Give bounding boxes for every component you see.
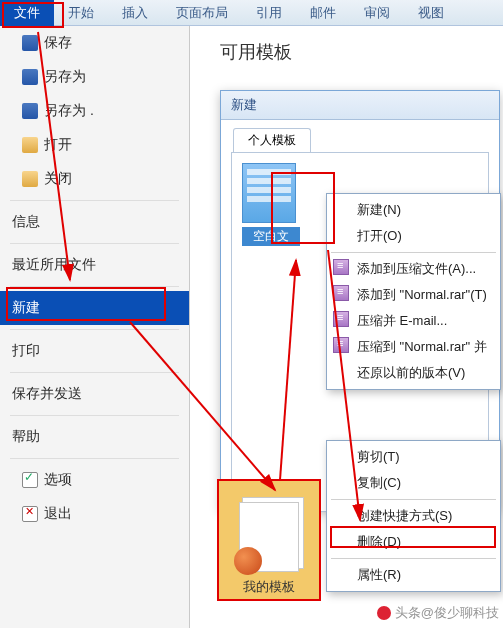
menu-new[interactable]: 新建 [0, 291, 189, 325]
my-templates-icon [239, 502, 299, 572]
template-thumb-icon [242, 163, 296, 223]
ctx-copy[interactable]: 复制(C) [327, 470, 500, 496]
rar-icon [333, 285, 349, 301]
ctx-shortcut[interactable]: 创建快捷方式(S) [327, 503, 500, 529]
ribbon-tab-reference[interactable]: 引用 [242, 0, 296, 26]
ribbon-tab-view[interactable]: 视图 [404, 0, 458, 26]
ribbon-tab-home[interactable]: 开始 [54, 0, 108, 26]
ctx-add-normal[interactable]: 添加到 "Normal.rar"(T) [327, 282, 500, 308]
ctx-compress-email[interactable]: 压缩并 E-mail... [327, 308, 500, 334]
menu-exit[interactable]: 退出 [0, 497, 189, 531]
menu-saveas[interactable]: 另存为 [0, 60, 189, 94]
menu-label: 保存 [44, 34, 72, 52]
template-item[interactable]: 空白文 [242, 163, 300, 246]
menu-help[interactable]: 帮助 [0, 420, 189, 454]
context-menu-2: 剪切(T) 复制(C) 创建快捷方式(S) 删除(D) 属性(R) [326, 440, 501, 592]
menu-saveas-web[interactable]: 另存为 . [0, 94, 189, 128]
folder-icon [22, 171, 38, 187]
dialog-tab-personal[interactable]: 个人模板 [233, 128, 311, 152]
content-title: 可用模板 [190, 26, 503, 72]
disk-icon [22, 103, 38, 119]
ctx-new[interactable]: 新建(N) [327, 197, 500, 223]
dialog-title: 新建 [221, 91, 499, 120]
menu-label: 另存为 [44, 68, 86, 86]
menu-label: 另存为 . [44, 102, 94, 120]
ctx-restore[interactable]: 还原以前的版本(V) [327, 360, 500, 386]
my-templates-tile[interactable]: 我的模板 [218, 480, 320, 600]
ribbon-tab-review[interactable]: 审阅 [350, 0, 404, 26]
ribbon-tabs: 文件 开始 插入 页面布局 引用 邮件 审阅 视图 [0, 0, 503, 26]
menu-label: 选项 [44, 471, 72, 489]
menu-share[interactable]: 保存并发送 [0, 377, 189, 411]
dialog-tabs: 个人模板 [233, 128, 499, 152]
rar-icon [333, 311, 349, 327]
ctx-cut[interactable]: 剪切(T) [327, 444, 500, 470]
disk-icon [22, 35, 38, 51]
menu-label: 关闭 [44, 170, 72, 188]
menu-close[interactable]: 关闭 [0, 162, 189, 196]
menu-open[interactable]: 打开 [0, 128, 189, 162]
ribbon-tab-file[interactable]: 文件 [0, 0, 54, 26]
ctx-open[interactable]: 打开(O) [327, 223, 500, 249]
menu-info[interactable]: 信息 [0, 205, 189, 239]
backstage-panel: 保存 另存为 另存为 . 打开 关闭 信息 最近所用文件 新建 打印 保存并发送… [0, 26, 190, 628]
ribbon-tab-mail[interactable]: 邮件 [296, 0, 350, 26]
ctx-add-archive[interactable]: 添加到压缩文件(A)... [327, 256, 500, 282]
ribbon-tab-layout[interactable]: 页面布局 [162, 0, 242, 26]
menu-label: 退出 [44, 505, 72, 523]
ctx-compress-normal[interactable]: 压缩到 "Normal.rar" 并 [327, 334, 500, 360]
menu-print[interactable]: 打印 [0, 334, 189, 368]
rar-icon [333, 259, 349, 275]
disk-icon [22, 69, 38, 85]
ctx-properties[interactable]: 属性(R) [327, 562, 500, 588]
options-icon [22, 472, 38, 488]
ribbon-tab-insert[interactable]: 插入 [108, 0, 162, 26]
rar-icon [333, 337, 349, 353]
menu-label: 打开 [44, 136, 72, 154]
context-menu-1: 新建(N) 打开(O) 添加到压缩文件(A)... 添加到 "Normal.ra… [326, 193, 501, 390]
menu-recent[interactable]: 最近所用文件 [0, 248, 189, 282]
exit-icon [22, 506, 38, 522]
watermark: 头条@俊少聊科技 [377, 604, 499, 622]
ctx-delete[interactable]: 删除(D) [327, 529, 500, 555]
my-templates-label: 我的模板 [243, 578, 295, 596]
template-label: 空白文 [242, 227, 300, 246]
menu-save[interactable]: 保存 [0, 26, 189, 60]
folder-icon [22, 137, 38, 153]
menu-options[interactable]: 选项 [0, 463, 189, 497]
